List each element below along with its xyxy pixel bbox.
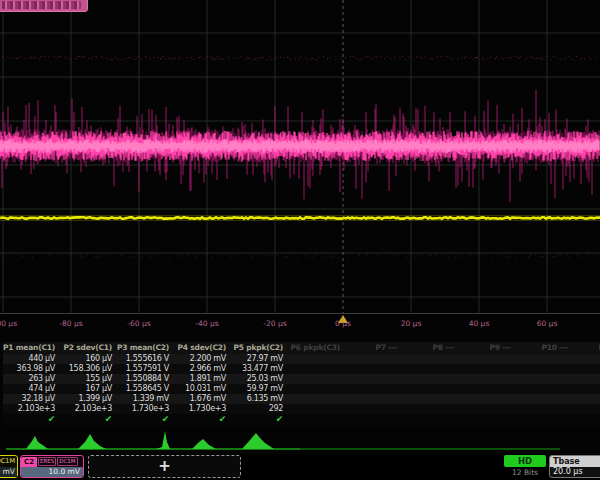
param-header-11[interactable]: P11 ---: [573, 342, 600, 354]
measurement-value: [573, 354, 600, 364]
measurement-value: [288, 384, 345, 394]
table-row: P1 mean(C1)P2 sdev(C1)P3 mean(C2)P4 sdev…: [3, 342, 600, 354]
timebase-title: Tbase: [550, 456, 600, 467]
add-trace-button[interactable]: +: [88, 455, 241, 478]
measurement-value: [459, 374, 516, 384]
histicon-distribution: [192, 439, 216, 449]
measurement-value: [402, 354, 459, 364]
histicon-distribution: [26, 436, 48, 449]
measurement-value: [516, 404, 573, 414]
measurement-value: 1.557591 V: [117, 364, 174, 374]
measurement-value: [345, 354, 402, 364]
time-axis-label: 60 µs: [537, 319, 558, 328]
measurement-value: [345, 404, 402, 414]
measurement-value: 440 µV: [3, 354, 60, 364]
measurement-value: 1.399 µV: [60, 394, 117, 404]
measurement-value: [402, 404, 459, 414]
timebase-scale-value: 20.0 µs: [550, 467, 600, 477]
c2-persistence-speckles: [2, 254, 595, 258]
param-header-1[interactable]: P1 mean(C1): [3, 342, 60, 354]
status-check-icon: ✔: [231, 414, 288, 426]
param-header-7[interactable]: P7 ---: [345, 342, 402, 354]
measurement-value: 1.555616 V: [117, 354, 174, 364]
param-header-4[interactable]: P4 sdev(C2): [174, 342, 231, 354]
table-row: 2.103e+32.103e+31.730e+31.730e+3292: [3, 404, 600, 414]
measurement-value: [402, 384, 459, 394]
measurement-value: [573, 374, 600, 384]
histicon-distribution: [242, 433, 274, 449]
param-header-9[interactable]: P9 ---: [459, 342, 516, 354]
measurement-value: 1.730e+3: [117, 404, 174, 414]
c1-coupling-label: DC1M: [0, 456, 17, 467]
measurement-value: 155 µV: [60, 374, 117, 384]
histicon-distribution: [78, 434, 106, 449]
measurement-value: [345, 364, 402, 374]
time-axis-label: -80 µs: [59, 319, 82, 328]
param-header-3[interactable]: P3 mean(C2): [117, 342, 174, 354]
measurement-value: [402, 374, 459, 384]
table-row: 440 µV160 µV1.555616 V2.200 mV27.97 mV: [3, 354, 600, 364]
measurement-value: 1.550884 V: [117, 374, 174, 384]
time-axis-label: -20 µs: [263, 319, 286, 328]
measurement-value: [288, 364, 345, 374]
status-check-icon: [573, 414, 600, 426]
c1-scale-value: 10.0 mV: [0, 467, 17, 477]
measurement-value: 2.966 mV: [174, 364, 231, 374]
measurement-value: 1.558645 V: [117, 384, 174, 394]
param-header-2[interactable]: P2 sdev(C1): [60, 342, 117, 354]
time-axis-label: 20 µs: [401, 319, 422, 328]
table-row: 363.98 µV158.306 µV1.557591 V2.966 mV33.…: [3, 364, 600, 374]
measurement-value: [402, 394, 459, 404]
channel-c2-descriptor[interactable]: C2 ERES DC1M 10.0 mV: [20, 455, 84, 478]
table-row: 263 µV155 µV1.550884 V1.891 mV25.03 mV: [3, 374, 600, 384]
c1-trace[interactable]: [0, 217, 600, 219]
measurement-value: 10.031 mV: [174, 384, 231, 394]
channel-c1-descriptor[interactable]: DC1M 10.0 mV: [0, 455, 18, 478]
measurement-value: 158.306 µV: [60, 364, 117, 374]
param-header-10[interactable]: P10 ---: [516, 342, 573, 354]
time-axis: -100 µs-80 µs-60 µs-40 µs-20 µs0 µs20 µs…: [0, 314, 600, 340]
param-header-8[interactable]: P8 ---: [402, 342, 459, 354]
waveform-grid[interactable]: [0, 0, 600, 315]
measurement-value: [459, 394, 516, 404]
measurement-value: [345, 374, 402, 384]
table-row: 474 µV167 µV1.558645 V10.031 mV59.97 mV: [3, 384, 600, 394]
measurement-value: [516, 384, 573, 394]
measurement-value: 59.97 mV: [231, 384, 288, 394]
hd-mode-badge[interactable]: HD: [504, 455, 546, 467]
measurement-value: 2.200 mV: [174, 354, 231, 364]
time-axis-label: -60 µs: [127, 319, 150, 328]
measurement-value: [345, 394, 402, 404]
measurement-value: 32.18 µV: [3, 394, 60, 404]
status-check-icon: [516, 414, 573, 426]
trace-annotation-badge[interactable]: [0, 0, 88, 12]
measurement-value: 25.03 mV: [231, 374, 288, 384]
c2-scale-value: 10.0 mV: [21, 467, 83, 477]
measurement-value: [516, 394, 573, 404]
adc-bits-label: 12 Bits: [500, 468, 550, 477]
plus-icon: +: [158, 459, 171, 474]
measurement-value: 292: [231, 404, 288, 414]
status-check-icon: ✔: [174, 414, 231, 426]
oscilloscope-screen: -100 µs-80 µs-60 µs-40 µs-20 µs0 µs20 µs…: [0, 0, 600, 480]
status-check-icon: ✔: [60, 414, 117, 426]
timebase-descriptor[interactable]: Tbase 20.0 µs: [549, 455, 600, 478]
measurement-value: [345, 384, 402, 394]
param-header-5[interactable]: P5 pkpk(C2): [231, 342, 288, 354]
status-check-icon: ✔: [117, 414, 174, 426]
measurement-value: [459, 384, 516, 394]
measurement-value: 160 µV: [60, 354, 117, 364]
measurement-value: 27.97 mV: [231, 354, 288, 364]
measurement-value: [288, 374, 345, 384]
measurement-value: [459, 364, 516, 374]
measurement-value: [573, 364, 600, 374]
measurement-value: 1.730e+3: [174, 404, 231, 414]
c2-coupling-badge: DC1M: [57, 457, 77, 466]
measurement-value: [516, 364, 573, 374]
c2-channel-tab[interactable]: C2: [21, 457, 37, 467]
time-axis-label: 40 µs: [469, 319, 490, 328]
measurement-value: [402, 364, 459, 374]
measurement-value: 1.676 mV: [174, 394, 231, 404]
param-header-6[interactable]: P6 pkpk(C3): [288, 342, 345, 354]
descriptor-bar: DC1M 10.0 mV C2 ERES DC1M 10.0 mV + HD 1…: [0, 454, 600, 480]
